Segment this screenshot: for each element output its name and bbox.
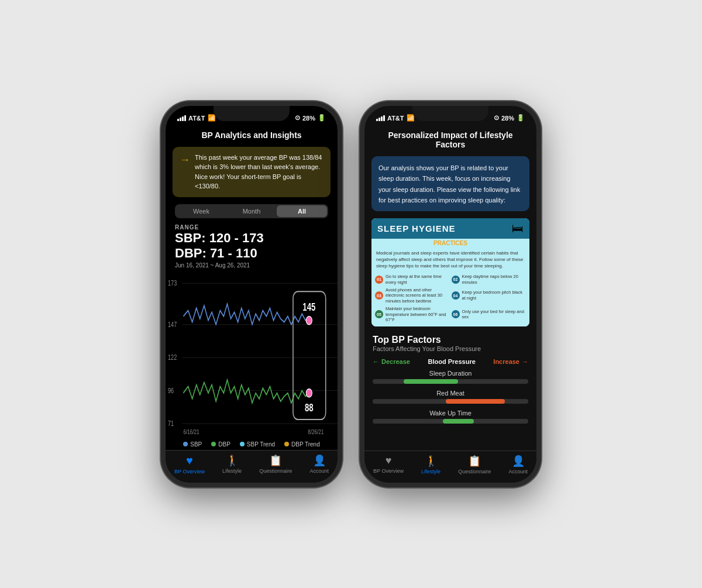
left-screen: AT&T 📶 ⊙ 28% 🔋 BP Analytics and Insights… (166, 106, 338, 483)
nav-account-label-left: Account (309, 468, 329, 474)
phones-container: AT&T 📶 ⊙ 28% 🔋 BP Analytics and Insights… (161, 101, 541, 487)
svg-text:145: 145 (302, 301, 315, 313)
sbp-trend-label: SBP Trend (247, 441, 275, 448)
svg-text:147: 147 (168, 321, 177, 329)
clipboard-icon-left: 📋 (269, 454, 282, 467)
svg-text:8/26/21: 8/26/21 (308, 428, 324, 436)
nav-lifestyle-label-right: Lifestyle (421, 469, 441, 474)
sleep-hygiene-header: SLEEP HYGIENE 🛏 (371, 218, 529, 239)
clipboard-icon-right: 📋 (468, 455, 481, 467)
right-screen: AT&T 📶 16:26 ⊙ 28% 🔋 Personalized Impact… (364, 106, 536, 483)
right-arrow-icon: → (522, 358, 528, 365)
battery-icon-left: 🔋 (318, 114, 326, 122)
walk-icon-right: 🚶 (425, 455, 438, 467)
insight-arrow-icon: → (180, 154, 190, 166)
phone-notch-left (214, 106, 290, 121)
right-page-title: Personalized Impact of Lifestyle Factors (364, 127, 536, 153)
tip-num-5: 05 (375, 310, 383, 318)
left-screen-content: BP Analytics and Insights → This past we… (166, 127, 338, 483)
nav-questionnaire-right[interactable]: 📋 Questionnaire (458, 455, 491, 474)
signal-bars (177, 115, 186, 121)
battery-right: 28% (501, 115, 514, 122)
month-btn[interactable]: Month (226, 205, 277, 217)
time-filter: Week Month All (175, 204, 328, 218)
all-btn[interactable]: All (277, 205, 327, 217)
lifestyle-insight-text: Our analysis shows your BP is related to… (378, 164, 520, 204)
tip-text-4: Keep your bedroom pitch black at night (462, 290, 526, 301)
tip-text-6: Only use your bed for sleep and sex (462, 309, 526, 321)
status-right-left: ⊙ 28% 🔋 (295, 114, 326, 122)
svg-text:6/16/21: 6/16/21 (183, 428, 199, 436)
bottom-nav-left: ♥ BP Overview 🚶 Lifestyle 📋 Questionnair… (166, 450, 338, 483)
nav-account-right[interactable]: 👤 Account (508, 455, 528, 474)
sleep-duration-bar (373, 379, 528, 384)
walk-icon-left: 🚶 (226, 454, 239, 467)
red-meat-label: Red Meat (373, 390, 528, 397)
svg-point-14 (306, 389, 312, 397)
sleep-hygiene-subtitle: PRACTICES (371, 239, 529, 247)
left-arrow-icon: ← (373, 358, 379, 365)
right-phone: AT&T 📶 16:26 ⊙ 28% 🔋 Personalized Impact… (360, 101, 541, 487)
status-right-right: ⊙ 28% 🔋 (494, 114, 525, 122)
battery-left: 28% (302, 115, 315, 122)
svg-text:96: 96 (168, 387, 174, 395)
nav-bp-overview-label-right: BP Overview (373, 468, 404, 474)
heart-icon-right: ♥ (386, 455, 392, 467)
right-screen-content: Personalized Impact of Lifestyle Factors… (364, 127, 536, 483)
nav-lifestyle-left[interactable]: 🚶 Lifestyle (222, 454, 242, 474)
red-meat-bar (373, 399, 528, 404)
sleep-tip-6: 06 Only use your bed for sleep and sex (452, 306, 526, 323)
chart-area: 173 147 122 96 71 6/16/21 8/26/21 (166, 271, 338, 436)
sleep-tip-5: 05 Maintain your bedroom temperature bet… (375, 306, 450, 323)
range-label: RANGE (175, 224, 328, 231)
sleep-hygiene-card: SLEEP HYGIENE 🛏 PRACTICES Medical journa… (371, 218, 529, 327)
nav-lifestyle-label-left: Lifestyle (222, 468, 242, 474)
sleep-hygiene-title: SLEEP HYGIENE (377, 223, 456, 233)
tip-text-3: Avoid phones and other electronic screen… (386, 287, 450, 304)
bp-factors-chart: ← Decrease Blood Pressure Increase → Sle… (364, 355, 536, 450)
decrease-label: ← Decrease (373, 358, 410, 365)
wake-up-bar (373, 419, 528, 424)
nav-bp-overview-right[interactable]: ♥ BP Overview (373, 455, 404, 474)
date-range: Jun 16, 2021 ~ Aug 26, 2021 (175, 262, 328, 269)
insight-card: → This past week your average BP was 138… (173, 147, 331, 197)
tip-num-2: 02 (452, 276, 460, 284)
top-bp-subtitle: Factors Affecting Your Blood Pressure (373, 345, 528, 352)
bp-center-label: Blood Pressure (428, 358, 475, 365)
sleep-hygiene-desc: Medical journals and sleep experts have … (371, 247, 529, 272)
left-phone: AT&T 📶 ⊙ 28% 🔋 BP Analytics and Insights… (161, 101, 342, 487)
left-page-title: BP Analytics and Insights (166, 127, 338, 143)
bottom-nav-right: ♥ BP Overview 🚶 Lifestyle 📋 Questionnair… (364, 451, 536, 483)
week-btn[interactable]: Week (176, 205, 226, 217)
phone-notch-right (412, 106, 488, 121)
nav-bp-overview-left[interactable]: ♥ BP Overview (174, 454, 205, 474)
sleep-tip-4: 04 Keep your bedroom pitch black at nigh… (452, 287, 526, 304)
sbp-label: SBP (190, 441, 202, 448)
account-icon-left: 👤 (313, 454, 326, 467)
dbp-label: DBP (218, 441, 230, 448)
factor-sleep-duration: Sleep Duration (373, 370, 528, 384)
sleep-tips-grid: 01 Go to sleep at the same time every ni… (371, 271, 529, 326)
legend-sbp: SBP (183, 441, 202, 448)
sleep-tip-1: 01 Go to sleep at the same time every ni… (375, 274, 450, 286)
wake-up-bar-fill (443, 419, 474, 424)
red-meat-bar-fill (446, 399, 505, 404)
nav-lifestyle-right[interactable]: 🚶 Lifestyle (421, 455, 441, 474)
sleep-tip-2: 02 Keep daytime naps below 20 minutes (452, 274, 526, 286)
sleep-tip-3: 03 Avoid phones and other electronic scr… (375, 287, 450, 304)
factor-wake-up: Wake Up Time (373, 410, 528, 424)
nav-account-left[interactable]: 👤 Account (309, 454, 329, 474)
svg-text:88: 88 (305, 402, 314, 414)
nav-questionnaire-left[interactable]: 📋 Questionnaire (259, 454, 292, 474)
camera-icon-right: ⊙ (494, 114, 499, 122)
sleep-bar-fill (404, 379, 458, 384)
carrier-right: AT&T (387, 115, 404, 122)
tip-text-5: Maintain your bedroom temperature betwee… (386, 306, 450, 323)
dbp-dot (211, 442, 216, 446)
tip-num-6: 06 (452, 310, 460, 318)
nav-account-label-right: Account (508, 469, 528, 474)
legend-dbp-trend: DBP Trend (284, 441, 320, 448)
insight-text: This past week your average BP was 138/8… (195, 153, 324, 191)
svg-text:173: 173 (168, 279, 177, 287)
chart-legend: SBP DBP SBP Trend DBP Trend (166, 439, 338, 450)
